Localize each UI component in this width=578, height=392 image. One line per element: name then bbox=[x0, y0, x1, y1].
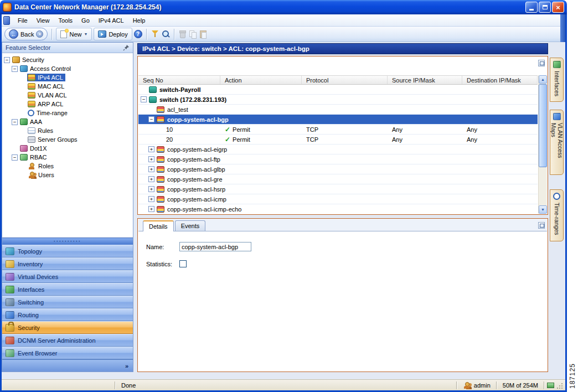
panel-splitter[interactable] bbox=[2, 238, 133, 245]
scroll-down-icon[interactable]: ▼ bbox=[539, 205, 547, 214]
maximize-button[interactable] bbox=[539, 2, 551, 13]
collapse-toggle-icon[interactable] bbox=[141, 96, 147, 102]
search-icon[interactable] bbox=[161, 30, 170, 38]
table-row-acl[interactable]: copp-system-acl-icmp-echo bbox=[138, 204, 538, 214]
vertical-scrollbar[interactable]: ▲ ▼ bbox=[538, 75, 547, 214]
table-row-acl[interactable]: copp-system-acl-icmp bbox=[138, 194, 538, 204]
tab-events[interactable]: Events bbox=[175, 220, 206, 231]
pin-icon[interactable] bbox=[123, 44, 130, 51]
expand-toggle-icon[interactable] bbox=[148, 176, 154, 182]
table-row-rule[interactable]: 20 Permit TCP Any Any bbox=[138, 135, 538, 145]
column-header-action[interactable]: Action bbox=[220, 76, 302, 84]
table-row-acl[interactable]: acl_test bbox=[138, 105, 538, 115]
tree-item-vlan-acl[interactable]: VLAN ACL bbox=[2, 91, 133, 100]
table-row-acl[interactable]: copp-system-acl-ftp bbox=[138, 154, 538, 164]
vtab-vlan-access-maps[interactable]: VLAN Access Maps bbox=[550, 110, 564, 175]
table-row-acl-selected[interactable]: copp-system-acl-bgp bbox=[138, 115, 538, 125]
vlan-acl-icon bbox=[28, 92, 35, 99]
tree-item-security[interactable]: Security bbox=[2, 55, 133, 64]
close-button[interactable]: × bbox=[552, 2, 564, 13]
tree-item-dot1x[interactable]: Dot1X bbox=[2, 144, 133, 153]
expand-toggle-icon[interactable] bbox=[148, 186, 154, 192]
column-header-protocol[interactable]: Protocol bbox=[302, 76, 388, 84]
tree-item-arp-acl[interactable]: ARP ACL bbox=[2, 100, 133, 109]
paste-icon[interactable] bbox=[199, 30, 208, 38]
table-row-rule[interactable]: 10 Permit TCP Any Any bbox=[138, 125, 538, 135]
collapse-toggle-icon[interactable] bbox=[148, 116, 154, 122]
tree-item-aaa[interactable]: AAA bbox=[2, 117, 133, 126]
scroll-up-icon[interactable]: ▲ bbox=[539, 75, 547, 84]
menu-view[interactable]: View bbox=[32, 16, 54, 25]
tree-item-rules[interactable]: Rules bbox=[2, 126, 133, 135]
delete-icon[interactable] bbox=[178, 30, 187, 38]
menu-go[interactable]: Go bbox=[77, 16, 94, 25]
column-header-destination[interactable]: Destination IP/Mask bbox=[462, 76, 538, 84]
tree-item-ipv4-acl[interactable]: IPv4 ACL bbox=[2, 73, 133, 82]
tree-item-access-control[interactable]: Access Control bbox=[2, 64, 133, 73]
back-button[interactable]: ← Back ▾ bbox=[4, 28, 48, 40]
minimize-button[interactable] bbox=[525, 2, 538, 13]
menu-file[interactable]: File bbox=[13, 16, 32, 25]
table-row-device[interactable]: switch (172.28.231.193) bbox=[138, 95, 538, 105]
toolbar-separator bbox=[146, 29, 147, 40]
tree-item-roles[interactable]: Roles bbox=[2, 162, 133, 171]
table-row-acl[interactable]: copp-system-acl-glbp bbox=[138, 164, 538, 174]
table-header: Seq No Action Protocol Source IP/Mask De… bbox=[138, 75, 538, 85]
back-history-dropdown-icon[interactable]: ▾ bbox=[36, 30, 43, 38]
copy-icon[interactable] bbox=[189, 30, 198, 38]
sidebar-item-inventory[interactable]: Inventory bbox=[2, 257, 133, 270]
table-row-acl[interactable]: copp-system-acl-hsrp bbox=[138, 184, 538, 194]
expand-toggle-icon[interactable] bbox=[148, 146, 154, 152]
resize-grip[interactable] bbox=[555, 381, 563, 389]
sidebar-item-event-browser[interactable]: Event Browser bbox=[2, 347, 133, 359]
panel-collapse-icon[interactable] bbox=[538, 60, 545, 66]
collapse-toggle-icon[interactable] bbox=[4, 57, 10, 63]
column-header-source[interactable]: Source IP/Mask bbox=[388, 76, 462, 84]
vtab-time-ranges[interactable]: Time-ranges bbox=[550, 189, 564, 241]
deploy-button[interactable]: Deploy bbox=[94, 28, 132, 40]
time-ranges-tab-icon bbox=[553, 193, 560, 200]
tree-item-label: Dot1X bbox=[30, 145, 47, 152]
tree-item-users[interactable]: Users bbox=[2, 171, 133, 179]
menu-help[interactable]: Help bbox=[128, 16, 150, 25]
sidebar-item-routing[interactable]: Routing bbox=[2, 308, 133, 321]
tree-item-rbac[interactable]: RBAC bbox=[2, 153, 133, 162]
sidebar-item-virtual-devices[interactable]: Virtual Devices bbox=[2, 270, 133, 283]
sidebar-item-interfaces[interactable]: Interfaces bbox=[2, 283, 133, 296]
help-icon[interactable]: ? bbox=[134, 30, 142, 38]
tree-item-time-range[interactable]: Time-range bbox=[2, 109, 133, 117]
filter-icon[interactable] bbox=[151, 30, 159, 38]
statistics-checkbox[interactable] bbox=[179, 260, 187, 267]
breadcrumb-text: IPv4 ACL > Device: switch > ACL: copp-sy… bbox=[142, 45, 309, 52]
collapse-toggle-icon[interactable] bbox=[12, 66, 18, 72]
server-groups-icon bbox=[28, 136, 35, 143]
table-row-device[interactable]: switch-Payroll bbox=[138, 85, 538, 95]
more-buttons-chevron[interactable]: » bbox=[125, 363, 128, 369]
tree-item-server-groups[interactable]: Server Groups bbox=[2, 135, 133, 144]
vtab-interfaces[interactable]: Interfaces bbox=[550, 58, 564, 102]
new-button[interactable]: New ▼ bbox=[56, 28, 92, 40]
sidebar-item-switching[interactable]: Switching bbox=[2, 296, 133, 308]
column-header-seq-no[interactable]: Seq No bbox=[138, 76, 220, 84]
acl-name-input[interactable] bbox=[179, 242, 251, 251]
sidebar-item-dcnm-server-administration[interactable]: DCNM Server Administration bbox=[2, 334, 133, 347]
status-separator bbox=[115, 381, 116, 389]
tab-details[interactable]: Details bbox=[143, 220, 174, 231]
expand-toggle-icon[interactable] bbox=[148, 196, 154, 202]
expand-toggle-icon[interactable] bbox=[148, 156, 154, 162]
collapse-toggle-icon[interactable] bbox=[12, 119, 18, 125]
menu-tools[interactable]: Tools bbox=[54, 16, 77, 25]
sidebar-item-label: DCNM Server Administration bbox=[18, 337, 96, 344]
tree-item-mac-acl[interactable]: MAC ACL bbox=[2, 82, 133, 91]
table-row-acl[interactable]: copp-system-acl-eigrp bbox=[138, 145, 538, 154]
expand-toggle-icon[interactable] bbox=[148, 206, 154, 212]
scrollbar-thumb[interactable] bbox=[539, 84, 547, 167]
expand-toggle-icon[interactable] bbox=[148, 166, 154, 172]
panel-collapse-icon[interactable] bbox=[538, 222, 545, 229]
table-row-acl[interactable]: copp-system-acl-gre bbox=[138, 174, 538, 184]
tree-item-label: Server Groups bbox=[38, 136, 78, 143]
collapse-toggle-icon[interactable] bbox=[12, 154, 18, 161]
sidebar-item-topology[interactable]: Topology bbox=[2, 245, 133, 257]
sidebar-item-security[interactable]: Security bbox=[2, 321, 133, 334]
menu-ipv4-acl[interactable]: IPv4 ACL bbox=[94, 16, 128, 25]
